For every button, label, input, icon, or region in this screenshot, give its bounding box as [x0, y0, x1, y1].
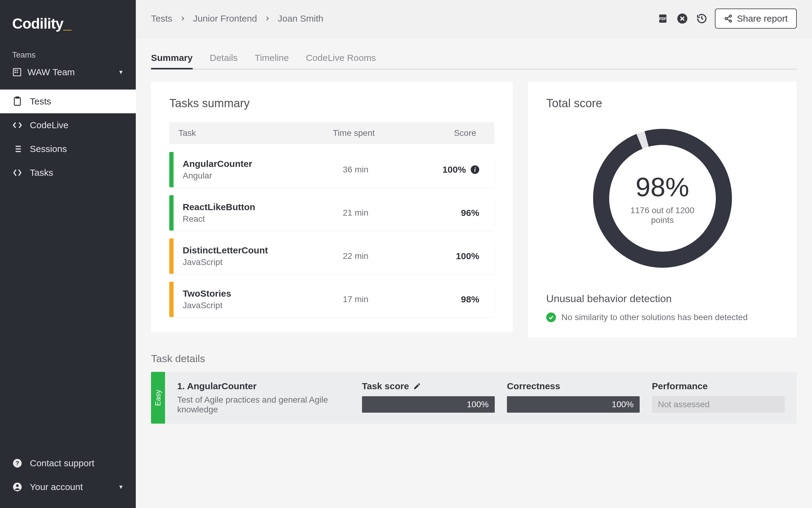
brand-logo: Codility_	[0, 9, 136, 47]
sidebar-item-label: Tests	[30, 96, 51, 107]
close-button[interactable]	[676, 12, 689, 25]
metric-label: Performance	[652, 381, 784, 391]
pdf-icon: PDF	[657, 13, 668, 24]
history-icon	[696, 13, 707, 24]
task-details-heading: Task details	[151, 353, 797, 365]
share-label: Share report	[737, 13, 787, 24]
support-label: Contact support	[30, 458, 94, 468]
brand-caret: _	[63, 15, 71, 32]
task-name: AngularCounter	[183, 159, 312, 169]
total-score-card: Total score 98% 1176 out of 1200 points	[528, 82, 797, 337]
th-task: Task	[178, 128, 310, 138]
metric-correctness: Correctness 100%	[507, 381, 640, 413]
tasks-summary-title: Tasks summary	[169, 97, 494, 110]
svg-line-26	[727, 19, 729, 21]
detail-desc: Test of Agile practices and general Agil…	[177, 395, 350, 415]
sidebar-item-codelive[interactable]: CodeLive	[0, 113, 136, 137]
task-detail-card: Easy 1. AngularCounter Test of Agile pra…	[151, 372, 797, 424]
your-account-link[interactable]: Your account ▼	[0, 475, 136, 499]
breadcrumb-tests[interactable]: Tests	[151, 13, 172, 24]
detail-title: 1. AngularCounter	[177, 381, 350, 391]
code-icon	[12, 120, 22, 130]
task-time: 17 min	[312, 295, 399, 304]
metric-task-score: Task score 100%	[362, 381, 495, 413]
breadcrumb-candidate[interactable]: Joan Smith	[278, 13, 323, 24]
task-row[interactable]: ReactLikeButtonReact21 min96%	[169, 195, 494, 230]
th-time: Time spent	[310, 128, 398, 138]
metric-performance: Performance Not assessed	[652, 381, 784, 413]
svg-rect-6	[15, 96, 19, 98]
tasks-table-header: Task Time spent Score	[169, 122, 494, 144]
sidebar-item-label: Tasks	[30, 168, 53, 178]
breadcrumb: Tests Junior Frontend Joan Smith	[151, 13, 323, 24]
task-score: 100%	[399, 251, 485, 261]
svg-text:PDF: PDF	[659, 17, 667, 21]
content: Summary Details Timeline CodeLive Rooms …	[136, 37, 812, 508]
score-donut-chart: 98% 1176 out of 1200 points	[589, 125, 735, 271]
history-button[interactable]	[695, 12, 708, 25]
tab-details[interactable]: Details	[210, 48, 238, 70]
chevron-right-icon	[180, 15, 186, 22]
task-row[interactable]: DistinctLetterCountJavaScript22 min100%	[169, 239, 494, 274]
svg-point-16	[16, 484, 19, 487]
task-lang: JavaScript	[183, 301, 312, 310]
th-score: Score	[398, 128, 485, 138]
tab-codelive-rooms[interactable]: CodeLive Rooms	[306, 48, 376, 70]
svg-point-23	[725, 18, 727, 20]
brand-name: Codility	[12, 15, 63, 32]
task-time: 22 min	[312, 251, 399, 261]
svg-point-22	[729, 15, 732, 17]
sidebar-item-tasks[interactable]: Tasks	[0, 161, 136, 184]
brackets-icon	[12, 168, 22, 178]
teams-label: Teams	[0, 47, 136, 63]
task-time: 36 min	[312, 165, 399, 174]
metric-label: Correctness	[507, 381, 640, 391]
list-icon	[12, 144, 22, 154]
task-score: 96%	[399, 208, 485, 218]
metric-label: Task score	[362, 381, 409, 391]
sidebar-nav: Tests CodeLive Sessions Tasks	[0, 90, 136, 184]
svg-rect-2	[17, 70, 18, 71]
sidebar-item-sessions[interactable]: Sessions	[0, 137, 136, 161]
tab-timeline[interactable]: Timeline	[255, 48, 288, 70]
account-label: Your account	[30, 482, 83, 492]
tasks-summary-card: Tasks summary Task Time spent Score Angu…	[151, 82, 513, 332]
difficulty-flag: Easy	[151, 372, 165, 424]
topbar: Tests Junior Frontend Joan Smith PDF Sha…	[136, 0, 812, 37]
team-selector[interactable]: WAW Team ▼	[0, 63, 136, 90]
svg-rect-3	[15, 72, 16, 73]
edit-icon[interactable]	[413, 382, 421, 390]
task-time: 21 min	[312, 208, 399, 218]
main: Tests Junior Frontend Joan Smith PDF Sha…	[136, 0, 812, 508]
breadcrumb-test-name[interactable]: Junior Frontend	[193, 13, 257, 24]
task-score: 100%i	[399, 164, 485, 175]
user-icon	[12, 482, 22, 492]
sidebar-item-tests[interactable]: Tests	[0, 90, 136, 113]
close-icon	[677, 13, 688, 24]
sidebar-bottom: ? Contact support Your account ▼	[0, 451, 136, 508]
svg-rect-4	[17, 72, 18, 73]
sidebar-item-label: Sessions	[30, 144, 67, 154]
pdf-export-button[interactable]: PDF	[657, 12, 669, 25]
unusual-behavior-section: Unusual behavior detection No similarity…	[546, 293, 778, 322]
contact-support-link[interactable]: ? Contact support	[0, 451, 136, 475]
score-subtext: 1176 out of 1200 points	[623, 206, 702, 225]
task-name: TwoStories	[183, 288, 312, 299]
correctness-bar: 100%	[507, 396, 640, 413]
task-row[interactable]: AngularCounterAngular36 min100%i	[169, 152, 494, 187]
info-icon[interactable]: i	[471, 165, 479, 174]
share-icon	[724, 14, 732, 23]
task-name: ReactLikeButton	[183, 202, 312, 212]
svg-point-24	[729, 20, 732, 22]
task-row[interactable]: TwoStoriesJavaScript17 min98%	[169, 282, 494, 317]
share-report-button[interactable]: Share report	[715, 8, 797, 29]
help-icon: ?	[12, 458, 22, 468]
team-name: WAW Team	[28, 67, 75, 77]
ubd-message: No similarity to other solutions has bee…	[561, 312, 748, 322]
total-score-title: Total score	[546, 97, 778, 110]
svg-text:?: ?	[15, 460, 19, 467]
score-percent: 98%	[635, 171, 689, 203]
svg-rect-5	[14, 97, 20, 105]
tab-summary[interactable]: Summary	[151, 48, 193, 70]
task-score-bar: 100%	[362, 396, 495, 413]
